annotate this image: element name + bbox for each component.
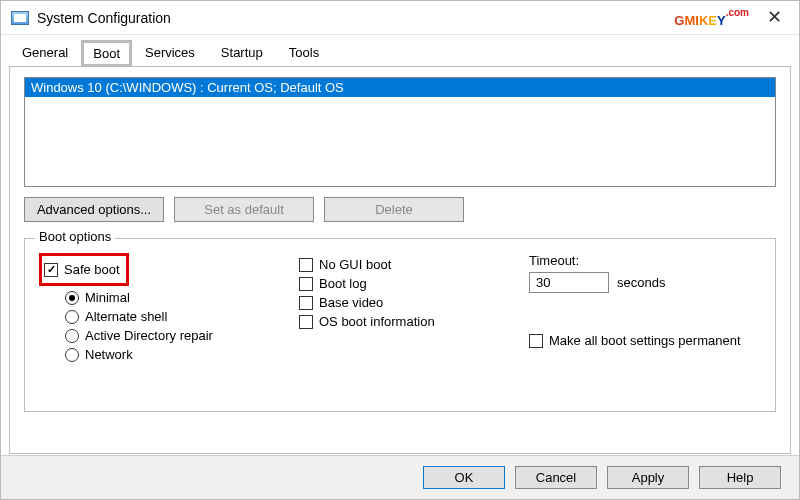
- radio-icon: [65, 329, 79, 343]
- os-boot-info-label: OS boot information: [319, 314, 435, 329]
- ad-repair-label: Active Directory repair: [85, 328, 213, 343]
- tab-content-boot: Windows 10 (C:\WINDOWS) : Current OS; De…: [9, 66, 791, 454]
- tab-general[interactable]: General: [9, 39, 81, 66]
- tab-tools[interactable]: Tools: [276, 39, 332, 66]
- safe-boot-label: Safe boot: [64, 262, 120, 277]
- boot-log-checkbox[interactable]: Boot log: [299, 276, 529, 291]
- checkbox-icon: [44, 263, 58, 277]
- app-icon: [11, 11, 29, 25]
- dialog-button-bar: OK Cancel Apply Help: [1, 455, 799, 499]
- advanced-options-button[interactable]: Advanced options...: [24, 197, 164, 222]
- checkbox-icon: [299, 296, 313, 310]
- boot-options-legend: Boot options: [35, 229, 115, 244]
- os-list[interactable]: Windows 10 (C:\WINDOWS) : Current OS; De…: [24, 77, 776, 187]
- os-buttons-row: Advanced options... Set as default Delet…: [24, 197, 776, 222]
- system-configuration-window: System Configuration GMIKEY.com ✕ Genera…: [0, 0, 800, 500]
- checkbox-icon: [299, 315, 313, 329]
- help-button[interactable]: Help: [699, 466, 781, 489]
- alternate-shell-label: Alternate shell: [85, 309, 167, 324]
- delete-button: Delete: [324, 197, 464, 222]
- titlebar: System Configuration GMIKEY.com ✕: [1, 1, 799, 35]
- os-boot-info-checkbox[interactable]: OS boot information: [299, 314, 529, 329]
- checkbox-icon: [529, 334, 543, 348]
- timeout-input[interactable]: 30: [529, 272, 609, 293]
- safe-boot-checkbox[interactable]: Safe boot: [44, 262, 120, 277]
- cancel-button[interactable]: Cancel: [515, 466, 597, 489]
- ok-button[interactable]: OK: [423, 466, 505, 489]
- make-permanent-checkbox[interactable]: Make all boot settings permanent: [529, 333, 761, 348]
- make-permanent-label: Make all boot settings permanent: [549, 333, 741, 348]
- tab-startup[interactable]: Startup: [208, 39, 276, 66]
- boot-options-group: Boot options Safe boot Minimal: [24, 238, 776, 412]
- network-label: Network: [85, 347, 133, 362]
- radio-icon: [65, 291, 79, 305]
- radio-icon: [65, 310, 79, 324]
- alternate-shell-radio[interactable]: Alternate shell: [65, 309, 299, 324]
- window-title: System Configuration: [37, 10, 171, 26]
- tab-services[interactable]: Services: [132, 39, 208, 66]
- base-video-checkbox[interactable]: Base video: [299, 295, 529, 310]
- minimal-radio[interactable]: Minimal: [65, 290, 299, 305]
- tab-boot[interactable]: Boot: [81, 40, 132, 67]
- timeout-unit: seconds: [617, 275, 665, 290]
- timeout-label: Timeout:: [529, 253, 761, 268]
- radio-icon: [65, 348, 79, 362]
- base-video-label: Base video: [319, 295, 383, 310]
- checkbox-icon: [299, 277, 313, 291]
- tab-strip: General Boot Services Startup Tools: [1, 35, 799, 66]
- os-list-item-selected[interactable]: Windows 10 (C:\WINDOWS) : Current OS; De…: [25, 78, 775, 97]
- close-icon[interactable]: ✕: [759, 7, 789, 29]
- boot-log-label: Boot log: [319, 276, 367, 291]
- ad-repair-radio[interactable]: Active Directory repair: [65, 328, 299, 343]
- checkbox-icon: [299, 258, 313, 272]
- set-as-default-button: Set as default: [174, 197, 314, 222]
- safe-boot-highlight: Safe boot: [39, 253, 129, 286]
- no-gui-boot-checkbox[interactable]: No GUI boot: [299, 257, 529, 272]
- minimal-label: Minimal: [85, 290, 130, 305]
- apply-button[interactable]: Apply: [607, 466, 689, 489]
- network-radio[interactable]: Network: [65, 347, 299, 362]
- watermark-logo: GMIKEY.com: [674, 7, 749, 30]
- no-gui-boot-label: No GUI boot: [319, 257, 391, 272]
